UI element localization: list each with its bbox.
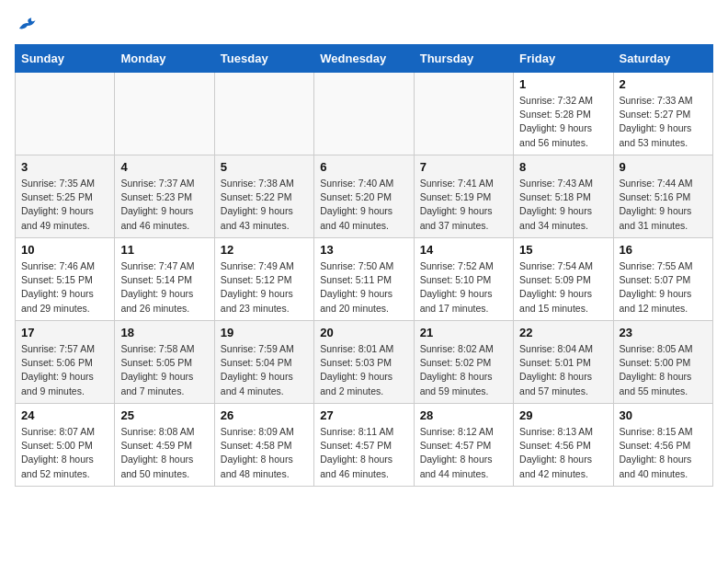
day-info: Sunrise: 7:57 AMSunset: 5:06 PMDaylight:… xyxy=(21,342,108,398)
day-number: 10 xyxy=(21,243,108,257)
weekday-header-tuesday: Tuesday xyxy=(214,45,313,73)
calendar-cell: 13Sunrise: 7:50 AMSunset: 5:11 PMDayligh… xyxy=(314,238,414,321)
calendar-cell xyxy=(16,73,115,155)
day-info: Sunrise: 7:59 AMSunset: 5:04 PMDaylight:… xyxy=(221,342,308,398)
calendar-week-row: 17Sunrise: 7:57 AMSunset: 5:06 PMDayligh… xyxy=(16,321,713,404)
day-number: 1 xyxy=(519,77,607,91)
day-number: 14 xyxy=(420,243,507,257)
day-number: 12 xyxy=(221,243,308,257)
weekday-header-wednesday: Wednesday xyxy=(314,45,414,73)
day-number: 21 xyxy=(420,326,507,339)
day-number: 30 xyxy=(620,408,707,422)
calendar-cell: 19Sunrise: 7:59 AMSunset: 5:04 PMDayligh… xyxy=(214,321,313,404)
calendar-cell: 12Sunrise: 7:49 AMSunset: 5:12 PMDayligh… xyxy=(214,238,313,321)
day-number: 18 xyxy=(120,326,208,339)
day-info: Sunrise: 7:54 AMSunset: 5:09 PMDaylight:… xyxy=(519,259,607,316)
day-number: 24 xyxy=(21,408,108,422)
day-number: 26 xyxy=(221,408,308,422)
day-number: 11 xyxy=(120,243,208,257)
day-number: 7 xyxy=(420,160,507,174)
day-info: Sunrise: 7:44 AMSunset: 5:16 PMDaylight:… xyxy=(620,177,707,233)
logo-bird-icon xyxy=(17,15,37,35)
day-info: Sunrise: 7:58 AMSunset: 5:05 PMDaylight:… xyxy=(120,342,208,398)
day-number: 29 xyxy=(519,408,607,422)
day-info: Sunrise: 8:05 AMSunset: 5:00 PMDaylight:… xyxy=(620,342,707,398)
calendar-cell: 1Sunrise: 7:32 AMSunset: 5:28 PMDaylight… xyxy=(514,73,613,155)
calendar-cell: 6Sunrise: 7:40 AMSunset: 5:20 PMDaylight… xyxy=(314,155,414,238)
day-info: Sunrise: 8:02 AMSunset: 5:02 PMDaylight:… xyxy=(420,342,507,398)
day-info: Sunrise: 7:41 AMSunset: 5:19 PMDaylight:… xyxy=(420,177,507,233)
calendar-cell: 15Sunrise: 7:54 AMSunset: 5:09 PMDayligh… xyxy=(514,238,613,321)
weekday-header-monday: Monday xyxy=(115,45,214,73)
day-number: 9 xyxy=(620,160,707,174)
calendar-cell: 27Sunrise: 8:11 AMSunset: 4:57 PMDayligh… xyxy=(314,404,414,487)
day-info: Sunrise: 7:33 AMSunset: 5:27 PMDaylight:… xyxy=(620,94,707,150)
day-info: Sunrise: 8:09 AMSunset: 4:58 PMDaylight:… xyxy=(221,425,308,481)
calendar-cell xyxy=(314,73,414,155)
day-info: Sunrise: 7:37 AMSunset: 5:23 PMDaylight:… xyxy=(120,177,208,233)
calendar-cell: 8Sunrise: 7:43 AMSunset: 5:18 PMDaylight… xyxy=(514,155,613,238)
weekday-header-thursday: Thursday xyxy=(414,45,513,73)
calendar-cell: 29Sunrise: 8:13 AMSunset: 4:56 PMDayligh… xyxy=(514,404,613,487)
day-number: 6 xyxy=(320,160,407,174)
day-info: Sunrise: 7:32 AMSunset: 5:28 PMDaylight:… xyxy=(519,94,607,150)
day-info: Sunrise: 8:13 AMSunset: 4:56 PMDaylight:… xyxy=(519,425,607,481)
calendar-cell xyxy=(115,73,214,155)
weekday-header-friday: Friday xyxy=(514,45,613,73)
day-number: 8 xyxy=(519,160,607,174)
day-info: Sunrise: 7:35 AMSunset: 5:25 PMDaylight:… xyxy=(21,177,108,233)
day-number: 2 xyxy=(620,77,707,91)
calendar-cell: 14Sunrise: 7:52 AMSunset: 5:10 PMDayligh… xyxy=(414,238,513,321)
day-number: 17 xyxy=(21,326,108,339)
day-number: 22 xyxy=(519,326,607,339)
day-info: Sunrise: 7:50 AMSunset: 5:11 PMDaylight:… xyxy=(320,259,407,316)
weekday-header-sunday: Sunday xyxy=(16,45,115,73)
calendar-week-row: 10Sunrise: 7:46 AMSunset: 5:15 PMDayligh… xyxy=(16,238,713,321)
calendar-cell: 16Sunrise: 7:55 AMSunset: 5:07 PMDayligh… xyxy=(613,238,712,321)
calendar-cell: 11Sunrise: 7:47 AMSunset: 5:14 PMDayligh… xyxy=(115,238,214,321)
day-info: Sunrise: 8:04 AMSunset: 5:01 PMDaylight:… xyxy=(519,342,607,398)
day-number: 5 xyxy=(221,160,308,174)
calendar-cell: 4Sunrise: 7:37 AMSunset: 5:23 PMDaylight… xyxy=(115,155,214,238)
day-info: Sunrise: 8:08 AMSunset: 4:59 PMDaylight:… xyxy=(120,425,208,481)
calendar-week-row: 24Sunrise: 8:07 AMSunset: 5:00 PMDayligh… xyxy=(16,404,713,487)
calendar-week-row: 1Sunrise: 7:32 AMSunset: 5:28 PMDaylight… xyxy=(16,73,713,155)
calendar-cell: 3Sunrise: 7:35 AMSunset: 5:25 PMDaylight… xyxy=(16,155,115,238)
day-number: 23 xyxy=(620,326,707,339)
calendar-cell: 25Sunrise: 8:08 AMSunset: 4:59 PMDayligh… xyxy=(115,404,214,487)
weekday-header-saturday: Saturday xyxy=(613,45,712,73)
day-number: 27 xyxy=(320,408,407,422)
day-number: 3 xyxy=(21,160,108,174)
calendar-cell: 9Sunrise: 7:44 AMSunset: 5:16 PMDaylight… xyxy=(613,155,712,238)
day-info: Sunrise: 7:46 AMSunset: 5:15 PMDaylight:… xyxy=(21,259,108,316)
calendar-cell: 5Sunrise: 7:38 AMSunset: 5:22 PMDaylight… xyxy=(214,155,313,238)
calendar-cell: 28Sunrise: 8:12 AMSunset: 4:57 PMDayligh… xyxy=(414,404,513,487)
day-info: Sunrise: 7:38 AMSunset: 5:22 PMDaylight:… xyxy=(221,177,308,233)
calendar-cell: 26Sunrise: 8:09 AMSunset: 4:58 PMDayligh… xyxy=(214,404,313,487)
calendar-cell: 21Sunrise: 8:02 AMSunset: 5:02 PMDayligh… xyxy=(414,321,513,404)
day-info: Sunrise: 7:40 AMSunset: 5:20 PMDaylight:… xyxy=(320,177,407,233)
day-info: Sunrise: 7:52 AMSunset: 5:10 PMDaylight:… xyxy=(420,259,507,316)
day-number: 4 xyxy=(120,160,208,174)
logo xyxy=(15,15,37,35)
day-info: Sunrise: 7:47 AMSunset: 5:14 PMDaylight:… xyxy=(120,259,208,316)
calendar-cell: 17Sunrise: 7:57 AMSunset: 5:06 PMDayligh… xyxy=(16,321,115,404)
calendar-table: SundayMondayTuesdayWednesdayThursdayFrid… xyxy=(15,44,713,487)
calendar-cell: 10Sunrise: 7:46 AMSunset: 5:15 PMDayligh… xyxy=(16,238,115,321)
calendar-week-row: 3Sunrise: 7:35 AMSunset: 5:25 PMDaylight… xyxy=(16,155,713,238)
day-number: 20 xyxy=(320,326,407,339)
calendar-cell: 30Sunrise: 8:15 AMSunset: 4:56 PMDayligh… xyxy=(613,404,712,487)
calendar-cell xyxy=(414,73,513,155)
weekday-header-row: SundayMondayTuesdayWednesdayThursdayFrid… xyxy=(16,45,713,73)
day-info: Sunrise: 8:01 AMSunset: 5:03 PMDaylight:… xyxy=(320,342,407,398)
day-info: Sunrise: 8:15 AMSunset: 4:56 PMDaylight:… xyxy=(620,425,707,481)
day-info: Sunrise: 8:12 AMSunset: 4:57 PMDaylight:… xyxy=(420,425,507,481)
calendar-cell: 22Sunrise: 8:04 AMSunset: 5:01 PMDayligh… xyxy=(514,321,613,404)
calendar-cell: 7Sunrise: 7:41 AMSunset: 5:19 PMDaylight… xyxy=(414,155,513,238)
calendar-cell xyxy=(214,73,313,155)
day-number: 13 xyxy=(320,243,407,257)
calendar-cell: 24Sunrise: 8:07 AMSunset: 5:00 PMDayligh… xyxy=(16,404,115,487)
calendar-cell: 18Sunrise: 7:58 AMSunset: 5:05 PMDayligh… xyxy=(115,321,214,404)
day-info: Sunrise: 7:43 AMSunset: 5:18 PMDaylight:… xyxy=(519,177,607,233)
page-header xyxy=(15,15,713,35)
